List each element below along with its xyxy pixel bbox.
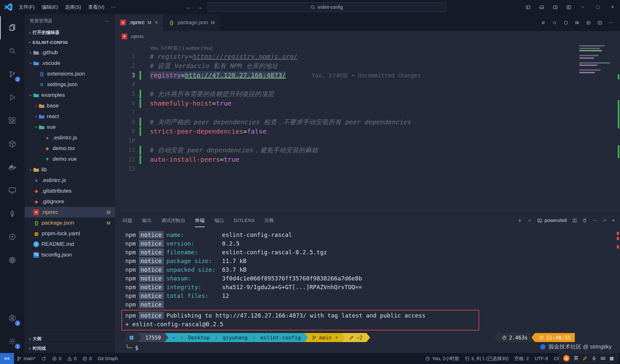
remote-indicator[interactable]: >< [0, 353, 14, 364]
panel-tab-输出[interactable]: 输出 [142, 214, 152, 227]
tree-item-examples[interactable]: ›examples [25, 90, 115, 100]
tree-item-lib[interactable]: ›lib [25, 164, 115, 175]
panel-tab-终端[interactable]: 终端 [195, 214, 205, 227]
tree-item-.vscode[interactable]: ›.vscode [25, 58, 115, 68]
split-terminal-button[interactable] [572, 218, 577, 223]
tree-item-.gitattributes[interactable]: ›◆.gitattributes [25, 186, 115, 196]
keyboard-icon[interactable] [601, 356, 605, 361]
tree-item-tsconfig.json[interactable]: ›TStsconfig.json [25, 249, 115, 260]
activity-kubernetes[interactable] [0, 248, 25, 272]
outline-section[interactable]: › 大纲 [25, 334, 115, 343]
close-window-button[interactable]: × [605, 0, 620, 14]
tree-item-settings.json[interactable]: ›⚙settings.json [25, 79, 115, 90]
menu-item-1[interactable]: 编辑(E) [38, 3, 61, 12]
terminal-instance-powershell[interactable]: powershell [537, 218, 567, 223]
tab-.npmrc[interactable]: n.npmrcM× [115, 14, 163, 31]
panel-tab-GITLENS[interactable]: GITLENS [234, 214, 255, 227]
terminal-dropdown-icon[interactable] [527, 218, 532, 223]
tree-item-.gitignore[interactable]: ›◆.gitignore [25, 196, 115, 207]
maximize-panel-icon[interactable] [602, 218, 607, 223]
panel-tab-端口[interactable]: 端口 [214, 214, 224, 227]
compare-icon[interactable] [541, 20, 546, 25]
back-button[interactable]: ← [186, 4, 192, 11]
tree-item-pnpm-lock.yaml[interactable]: ›▦pnpm-lock.yaml [25, 228, 115, 239]
menu-item-3[interactable]: 查看(V) [85, 3, 108, 12]
tab-package.json[interactable]: {}package.jsonM [163, 14, 220, 31]
tree-item-.npmrc[interactable]: ›n.npmrcM [25, 207, 115, 217]
circle-icon[interactable] [563, 20, 568, 25]
terminal[interactable]: npmnoticename:eslint-config-rascalnpmnot… [115, 227, 620, 353]
microphone-icon[interactable] [592, 356, 596, 361]
menu-more-button[interactable]: ⋯ [108, 4, 119, 10]
issues-indicator[interactable]: 0 [79, 353, 95, 364]
customize-layout-icon[interactable] [562, 0, 575, 14]
grid-icon[interactable]: ▦ [610, 356, 614, 361]
activity-accounts[interactable]: 2 [0, 307, 25, 330]
new-terminal-button[interactable] [517, 218, 522, 223]
forward-button[interactable]: → [197, 4, 203, 11]
activity-source-control[interactable]: 2 [0, 63, 25, 86]
indentation[interactable]: 空格: 2 [512, 353, 532, 364]
tree-item-react[interactable]: ›react [25, 111, 115, 122]
sidebar-more-actions[interactable]: ⋯ [105, 18, 110, 24]
toggle-panel-icon[interactable] [535, 0, 548, 14]
panel-tab-注释[interactable]: 注释 [264, 214, 274, 227]
close-tab-icon[interactable]: × [155, 20, 158, 25]
more-actions-icon[interactable] [609, 20, 614, 25]
activity-docker[interactable] [0, 156, 25, 179]
errors-indicator[interactable]: 0 [49, 353, 64, 364]
tree-item-README.md[interactable]: ›iREADME.md [25, 239, 115, 249]
editor-area[interactable]: You, 3小时前 | 1 author (You) 1# registry=h… [115, 42, 620, 213]
split-editor-icon[interactable] [597, 20, 602, 25]
ime-toolbar[interactable]: S 英 ▦ [559, 353, 618, 363]
activity-extensions[interactable] [0, 109, 25, 132]
tree-item-extensions.json[interactable]: ›{}extensions.json [25, 68, 115, 79]
activity-run-and-debug[interactable] [0, 86, 25, 109]
gitlens-blame[interactable]: You, 2小时前 [422, 353, 462, 364]
activity-search[interactable] [0, 39, 25, 63]
kill-terminal-button[interactable] [582, 218, 587, 223]
panel-tab-问题[interactable]: 问题 [123, 214, 132, 227]
git-graph-button[interactable]: Git Graph [95, 353, 121, 364]
encoding[interactable]: UTF-8 [532, 353, 551, 364]
panel-tab-调试控制台[interactable]: 调试控制台 [161, 214, 186, 227]
play-icon[interactable] [586, 20, 591, 25]
activity-settings[interactable]: 1 [0, 330, 25, 353]
toggle-sidebar-icon[interactable] [521, 0, 535, 14]
warnings-indicator[interactable]: 0 [64, 353, 79, 364]
toggle-secondary-sidebar-icon[interactable] [548, 0, 562, 14]
sync-button[interactable] [38, 353, 49, 364]
activity-explorer[interactable] [0, 16, 25, 39]
run-all-icon[interactable] [575, 20, 580, 25]
root-folder-section[interactable]: › ESLINT-CONFIG [25, 37, 115, 47]
cursor-position[interactable]: 行 3, 列 1 (已选择35) [462, 353, 512, 364]
ime-language-toggle[interactable]: 英 [574, 355, 578, 361]
tree-item-demo.tsx[interactable]: ›◈demo.tsx [25, 143, 115, 154]
close-panel-button[interactable]: × [612, 218, 615, 223]
tree-item-.eslintrc.js[interactable]: ›●.eslintrc.js [25, 175, 115, 186]
command-center-search[interactable]: eslint-config [207, 2, 446, 12]
timeline-section[interactable]: › 时间线 [25, 343, 115, 353]
panel-more-actions[interactable] [592, 218, 597, 223]
tree-item-demo.vue[interactable]: ›▼demo.vue [25, 154, 115, 164]
open-editors-section[interactable]: › 打开的编辑器 [25, 28, 115, 37]
activity-mongodb[interactable] [0, 202, 25, 225]
menu-item-0[interactable]: 文件(F) [16, 3, 38, 12]
dot-icon[interactable] [552, 20, 557, 25]
tree-item-package.json[interactable]: ›{}package.jsonM [25, 217, 115, 228]
minimize-button[interactable]: − [575, 0, 590, 14]
sogou-logo-icon[interactable]: S [563, 355, 570, 361]
maximize-button[interactable]: □ [590, 0, 605, 14]
tree-item-vue[interactable]: ›vue [25, 122, 115, 132]
activity-package-explorer[interactable] [0, 132, 25, 156]
pencil-icon[interactable] [583, 356, 587, 361]
activity-remote-explorer[interactable] [0, 179, 25, 202]
menu-item-2[interactable]: 选择(S) [62, 3, 84, 12]
breadcrumb[interactable]: n .npmrc [115, 31, 620, 42]
tree-item-base[interactable]: ›base [25, 100, 115, 111]
tree-item-.github[interactable]: ›.github [25, 47, 115, 58]
branch-indicator[interactable]: main* [14, 353, 38, 364]
activity-gitlens[interactable] [0, 225, 25, 248]
minimap[interactable] [579, 45, 615, 74]
tree-item-.eslintrc.js[interactable]: ›●.eslintrc.js [25, 132, 115, 143]
